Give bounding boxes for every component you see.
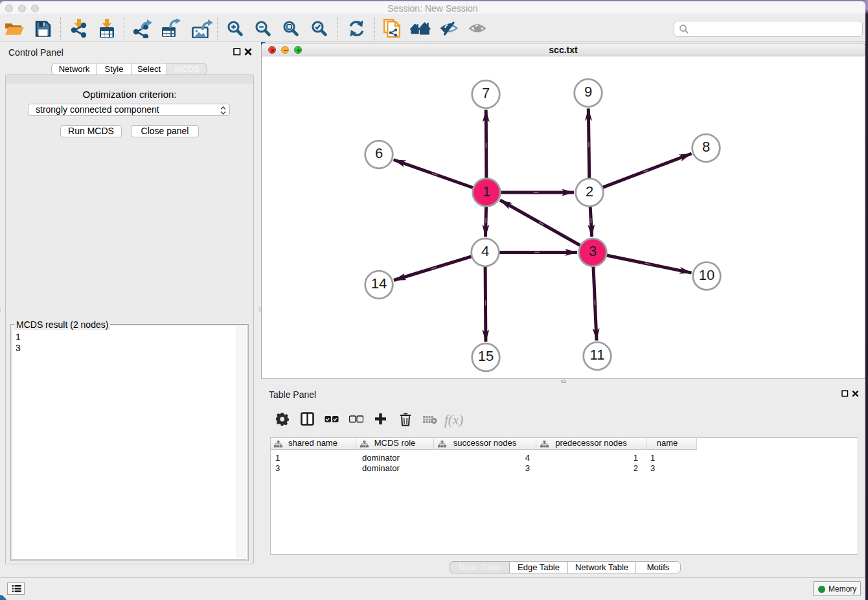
svg-text:7: 7 (482, 85, 490, 101)
svg-text:14: 14 (371, 275, 387, 292)
svg-text:15: 15 (478, 348, 494, 364)
svg-text:11: 11 (590, 347, 605, 363)
svg-text:3: 3 (589, 243, 597, 259)
svg-text:9: 9 (584, 84, 592, 100)
svg-text:6: 6 (375, 145, 383, 161)
svg-text:2: 2 (586, 183, 593, 200)
svg-text:4: 4 (481, 243, 489, 259)
svg-text:8: 8 (702, 139, 710, 155)
svg-text:10: 10 (699, 267, 714, 283)
svg-text:1: 1 (483, 183, 490, 200)
